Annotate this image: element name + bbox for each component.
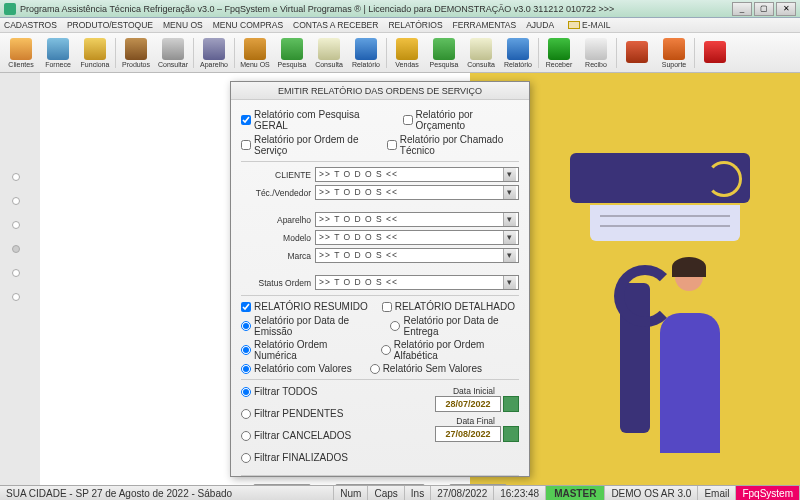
menu-relatórios[interactable]: RELATÓRIOS	[388, 20, 442, 30]
chk-pesquisa-geral[interactable]: Relatório com Pesquisa GERAL	[241, 109, 389, 131]
menu-email[interactable]: E-MAIL	[568, 20, 610, 30]
status-location: SUA CIDADE - SP 27 de Agosto de 2022 - S…	[0, 486, 334, 500]
status-bar: SUA CIDADE - SP 27 de Agosto de 2022 - S…	[0, 485, 800, 500]
maximize-button[interactable]: ▢	[754, 2, 774, 16]
combo-aparelho[interactable]: >> T O D O S <<	[315, 212, 519, 227]
minimize-button[interactable]: _	[732, 2, 752, 16]
ac-vents-icon	[590, 205, 740, 241]
rad-ordem-alfabetica[interactable]: Relatório por Ordem Alfabética	[381, 339, 519, 361]
toolbar-relatório[interactable]: Relatório	[348, 35, 384, 71]
menu-contas a receber[interactable]: CONTAS A RECEBER	[293, 20, 378, 30]
ic-money-icon	[548, 38, 570, 60]
ic-receipt-icon	[585, 38, 607, 60]
toolbar-receber[interactable]: Receber	[541, 35, 577, 71]
wrench-icon	[620, 283, 650, 433]
slide-dot[interactable]	[12, 197, 20, 205]
toolbar-produtos[interactable]: Produtos	[118, 35, 154, 71]
ic-doc-icon	[470, 38, 492, 60]
ic-chart-icon	[507, 38, 529, 60]
rad-com-valores[interactable]: Relatório com Valores	[241, 363, 352, 374]
data-final-input[interactable]: 27/08/2022	[435, 426, 501, 442]
rad-ordem-numerica[interactable]: Relatório Ordem Numérica	[241, 339, 363, 361]
menu-produto/estoque[interactable]: PRODUTO/ESTOQUE	[67, 20, 153, 30]
ic-search-icon	[433, 38, 455, 60]
toolbar-consulta[interactable]: Consulta	[463, 35, 499, 71]
ic-menu-icon	[244, 38, 266, 60]
rad-data-entrega[interactable]: Relatório por Data de Entrega	[390, 315, 519, 337]
calendar-icon[interactable]	[503, 396, 519, 412]
toolbar-suporte[interactable]: Suporte	[656, 35, 692, 71]
ic-exit-icon	[704, 41, 726, 63]
combo-marca[interactable]: >> T O D O S <<	[315, 248, 519, 263]
status-ins: Ins	[405, 486, 431, 500]
menu-cadastros[interactable]: CADASTROS	[4, 20, 57, 30]
combo-modelo[interactable]: >> T O D O S <<	[315, 230, 519, 245]
status-num: Num	[334, 486, 368, 500]
slide-dot[interactable]	[12, 269, 20, 277]
toolbar-relatório[interactable]: Relatório	[500, 35, 536, 71]
slide-dot[interactable]	[12, 293, 20, 301]
status-date: 27/08/2022	[431, 486, 494, 500]
combo-tecnico[interactable]: >> T O D O S <<	[315, 185, 519, 200]
chk-chamado-tecnico[interactable]: Relatório por Chamado Técnico	[387, 134, 519, 156]
ac-unit-icon	[570, 153, 750, 203]
window-title: Programa Assistência Técnica Refrigeraçã…	[20, 4, 730, 14]
slide-dot[interactable]	[12, 221, 20, 229]
rad-data-emissao[interactable]: Relatório por Data de Emissão	[241, 315, 372, 337]
close-button[interactable]: ✕	[776, 2, 796, 16]
ic-cart-icon	[396, 38, 418, 60]
flt-todos[interactable]: Filtrar TODOS	[241, 386, 409, 397]
chk-orcamento[interactable]: Relatório por Orçamento	[403, 109, 519, 131]
menu-ajuda[interactable]: AJUDA	[526, 20, 554, 30]
email-icon	[568, 21, 580, 29]
main-toolbar: ClientesForneceFuncionaProdutosConsultar…	[0, 33, 800, 73]
slide-indicators	[12, 173, 20, 301]
data-inicial-input[interactable]: 28/07/2022	[435, 396, 501, 412]
ic-group-icon	[47, 38, 69, 60]
toolbar-consultar[interactable]: Consultar	[155, 35, 191, 71]
ic-sup-icon	[663, 38, 685, 60]
toolbar-pesquisa[interactable]: Pesquisa	[274, 35, 310, 71]
toolbar-clientes[interactable]: Clientes	[3, 35, 39, 71]
flt-cancelados[interactable]: Filtrar CANCELADOS	[241, 430, 409, 441]
toolbar-funciona[interactable]: Funciona	[77, 35, 113, 71]
flt-pendentes[interactable]: Filtrar PENDENTES	[241, 408, 409, 419]
toolbar-pesquisa[interactable]: Pesquisa	[426, 35, 462, 71]
menu-menu os[interactable]: MENU OS	[163, 20, 203, 30]
calendar-icon[interactable]	[503, 426, 519, 442]
dialog-title: EMITIR RELATÓRIO DAS ORDENS DE SERVIÇO	[231, 82, 529, 100]
rad-sem-valores[interactable]: Relatório Sem Valores	[370, 363, 482, 374]
ic-chart-icon	[355, 38, 377, 60]
chk-ordem-servico[interactable]: Relatório por Ordem de Serviço	[241, 134, 373, 156]
ic-mag-icon	[162, 38, 184, 60]
toolbar-btn18[interactable]	[697, 35, 733, 71]
status-email[interactable]: Email	[698, 486, 736, 500]
combo-cliente[interactable]: >> T O D O S <<	[315, 167, 519, 182]
chk-resumido[interactable]: RELATÓRIO RESUMIDO	[241, 301, 368, 312]
slide-dot[interactable]	[12, 245, 20, 253]
toolbar-fornece[interactable]: Fornece	[40, 35, 76, 71]
status-time: 16:23:48	[494, 486, 546, 500]
toolbar-consulta[interactable]: Consulta	[311, 35, 347, 71]
ic-search-icon	[281, 38, 303, 60]
status-demo: DEMO OS AR 3.0	[605, 486, 698, 500]
report-dialog: EMITIR RELATÓRIO DAS ORDENS DE SERVIÇO R…	[230, 81, 530, 477]
menu-ferramentas[interactable]: FERRAMENTAS	[453, 20, 517, 30]
app-icon	[4, 3, 16, 15]
ic-dev-icon	[203, 38, 225, 60]
status-caps: Caps	[368, 486, 404, 500]
toolbar-recibo[interactable]: Recibo	[578, 35, 614, 71]
status-fpq[interactable]: FpqSystem	[736, 486, 800, 500]
toolbar-vendas[interactable]: Vendas	[389, 35, 425, 71]
menu-menu compras[interactable]: MENU COMPRAS	[213, 20, 283, 30]
toolbar-menu os[interactable]: Menu OS	[237, 35, 273, 71]
menu-bar: CADASTROSPRODUTO/ESTOQUEMENU OSMENU COMP…	[0, 18, 800, 33]
combo-status[interactable]: >> T O D O S <<	[315, 275, 519, 290]
toolbar-btn16[interactable]	[619, 35, 655, 71]
slide-dot[interactable]	[12, 173, 20, 181]
toolbar-aparelho[interactable]: Aparelho	[196, 35, 232, 71]
hero-illustration	[510, 153, 790, 453]
chk-detalhado[interactable]: RELATÓRIO DETALHADO	[382, 301, 515, 312]
flt-finalizados[interactable]: Filtrar FINALIZADOS	[241, 452, 409, 463]
status-master: MASTER	[546, 486, 605, 500]
